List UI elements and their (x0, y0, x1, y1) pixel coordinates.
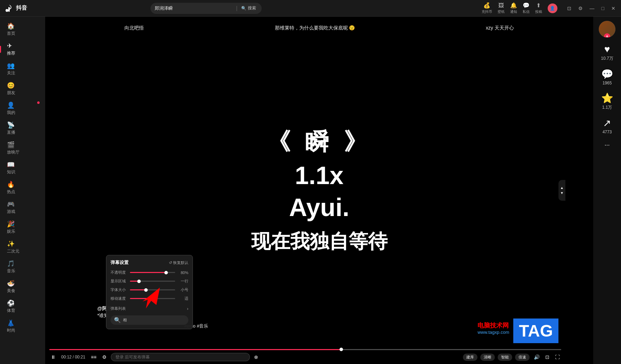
settings-reset-btn[interactable]: ↺ 恢复默认 (169, 260, 188, 265)
sidebar-item-friends[interactable]: 😊 朋友 (0, 79, 45, 99)
like-icon: ♥ (604, 44, 610, 55)
sidebar-knowledge-label: 知识 (7, 169, 15, 175)
sidebar-item-cinema[interactable]: 🎬 放映厅 (0, 138, 45, 158)
title-right-icons: 💰 充抖币 🖼 壁纸 🔔 通知 💬 私信 ⬆ 投稿 👤 ⊡ ⚙ — □ ✕ (482, 2, 617, 14)
follow-creator-btn[interactable]: + (604, 33, 610, 38)
sidebar-hot-label: 热点 (7, 189, 15, 195)
sidebar-item-hot[interactable]: 🔥 热点 (0, 178, 45, 198)
fashion-icon: 👗 (7, 319, 15, 327)
topbar-recharge[interactable]: 💰 充抖币 (482, 2, 492, 14)
sidebar-item-knowledge[interactable]: 📖 知识 (0, 158, 45, 178)
sidebar-item-anime[interactable]: ✨ 二次元 (0, 237, 45, 257)
total-time: 00:21 (75, 355, 85, 359)
sidebar-item-entertainment[interactable]: 🎉 娱乐 (0, 217, 45, 237)
sidebar-recommend-label: 推荐 (7, 50, 15, 56)
user-avatar[interactable]: 👤 (548, 3, 557, 13)
search-bar[interactable]: | 🔍 搜索 (150, 3, 262, 14)
play-pause-button[interactable]: ⏸ (49, 354, 57, 361)
sidebar-food-label: 美食 (7, 288, 15, 294)
pip-icon: ⊡ (545, 354, 549, 360)
sidebar-item-recommend[interactable]: ✈ 推荐 (0, 39, 45, 59)
danmaku-clear-button[interactable]: ⊗ (253, 354, 260, 361)
title-bar: 抖音 | 🔍 搜索 💰 充抖币 🖼 壁纸 🔔 通知 💬 私信 ⬆ 投稿 (0, 0, 621, 17)
window-controls: ⊡ ⚙ — □ ✕ (566, 4, 617, 13)
sidebar-sports-label: 体育 (7, 308, 15, 314)
settings-win-button[interactable]: ⚙ (577, 4, 584, 13)
danmaku-toggle-button[interactable]: ≡≡ (89, 354, 98, 361)
watermark-right: TAG (513, 318, 558, 343)
video-speed: 1.1x (198, 161, 441, 190)
favorite-action[interactable]: ⭐ 1.1万 (601, 89, 613, 114)
comment-count: 1965 (603, 81, 612, 85)
sidebar-item-home[interactable]: 🏠 首页 (0, 19, 45, 39)
topbar-wallpaper[interactable]: 🖼 壁纸 (498, 2, 505, 14)
more-icon: ··· (604, 141, 610, 149)
like-action[interactable]: ♥ 10.7万 (601, 40, 613, 65)
entertainment-icon: 🎉 (7, 220, 15, 228)
opacity-slider[interactable] (130, 272, 175, 273)
area-slider[interactable] (130, 281, 175, 282)
watermark-tag: TAG (519, 321, 553, 340)
sidebar-fashion-label: 时尚 (7, 328, 15, 333)
sidebar-item-sports[interactable]: ⚽ 体育 (0, 297, 45, 316)
opacity-value: 80% (178, 271, 188, 275)
share-action[interactable]: ↗ 4773 (603, 114, 612, 138)
sidebar-item-follow[interactable]: 👥 关注 (0, 59, 45, 79)
speed-value: 适 (178, 296, 188, 301)
progress-bar[interactable] (49, 349, 561, 350)
sidebar-item-games[interactable]: 🎮 游戏 (0, 198, 45, 217)
clarity-btn[interactable]: 清晰 (480, 354, 495, 361)
video-song-title: 《 瞬 》 (198, 126, 441, 158)
speed-label: 移动速度 (111, 296, 127, 301)
live-icon: 📡 (7, 121, 15, 129)
music-icon: 🎵 (7, 260, 15, 267)
sidebar-item-live[interactable]: 📡 直播 (0, 118, 45, 138)
more-action[interactable]: ··· (604, 138, 610, 152)
recharge-icon: 💰 (483, 2, 490, 9)
topbar-upload[interactable]: ⬆ 投稿 (535, 2, 542, 14)
collapse-panel-btn[interactable]: ▲ ▼ (558, 180, 565, 201)
search-divider: | (236, 5, 237, 11)
danmaku-input[interactable] (111, 353, 250, 361)
volume-button[interactable]: 🔊 (532, 354, 541, 361)
sidebar-mine-label: 我的 (7, 110, 15, 116)
library-btn[interactable]: 建库 (463, 354, 477, 361)
sidebar-item-music[interactable]: 🎵 音乐 (0, 257, 45, 277)
close-button[interactable]: ✕ (610, 4, 617, 13)
search-input[interactable] (155, 6, 234, 11)
fullscreen-button[interactable]: ⛶ (554, 354, 561, 361)
creator-avatar[interactable]: + (599, 21, 615, 38)
watermark-left: 电脑技术网 www.tagxp.com (473, 318, 513, 343)
maximize-button[interactable]: □ (600, 4, 606, 13)
minimize-button[interactable]: — (588, 4, 596, 13)
video-content[interactable]: 《 瞬 》 1.1x Ayui. 现在我独自等待 @阿芝 *谁知... #emo… (45, 17, 593, 364)
danmaku-settings-button[interactable]: ⚙ (101, 354, 108, 361)
pip-video-button[interactable]: ⊡ (544, 354, 551, 361)
search-related-btn[interactable]: 🔍 相 (111, 315, 188, 325)
main-content: 🏠 首页 ✈ 推荐 👥 关注 😊 朋友 👤 我的 📡 直播 🎬 放映厅 (0, 17, 621, 364)
controls-row: ⏸ 00:12 / 00:21 ≡≡ ⚙ ⊗ (49, 353, 561, 361)
settings-header: 弹幕设置 ↺ 恢复默认 (111, 259, 188, 266)
settings-icon: ⚙ (102, 354, 107, 360)
wallpaper-icon: 🖼 (498, 2, 504, 9)
search-related-text: 相 (123, 317, 127, 323)
topbar-notification[interactable]: 🔔 通知 (510, 2, 517, 14)
games-icon: 🎮 (7, 200, 15, 208)
time-separator: / (73, 355, 74, 359)
sidebar-music-label: 音乐 (7, 268, 15, 274)
area-label: 显示区域 (111, 279, 127, 284)
settings-row-opacity: 不透明度 80% (111, 270, 188, 275)
sidebar-item-food[interactable]: 🍜 美食 (0, 277, 45, 297)
topbar-message[interactable]: 💬 私信 (523, 2, 530, 14)
speed-btn[interactable]: 倍速 (515, 354, 530, 361)
list-label: 弹幕列表 (111, 306, 126, 311)
comment-action[interactable]: 💬 1965 (601, 65, 613, 89)
search-button[interactable]: 🔍 搜索 (240, 5, 258, 11)
sidebar-entertainment-label: 娱乐 (7, 229, 15, 234)
video-lyric: 现在我独自等待 (198, 229, 441, 255)
pip-button[interactable]: ⊡ (566, 4, 573, 13)
sidebar-item-mine[interactable]: 👤 我的 (0, 99, 45, 118)
smart-btn[interactable]: 智能 (498, 354, 512, 361)
food-icon: 🍜 (7, 280, 15, 287)
sidebar-item-fashion[interactable]: 👗 时尚 (0, 316, 45, 336)
